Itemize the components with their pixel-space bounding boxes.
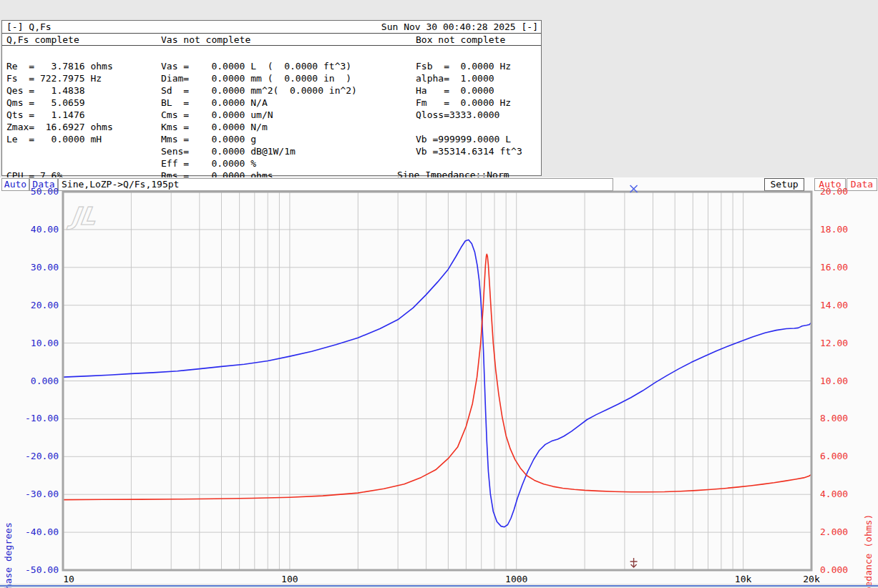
frequency-tick-label: 10k [735, 574, 751, 584]
impedance-tick-label: 20.00 [820, 186, 848, 197]
phase-tick-label: 40.00 [31, 224, 59, 235]
impedance-tick-label: 2.000 [820, 526, 848, 537]
chart-title: Sine,LoZP->Q/Fs,195pt [58, 178, 613, 191]
phase-tick-label: -50.00 [25, 564, 59, 575]
impedance-chart-block: Auto Data Sine,LoZP->Q/Fs,195pt Setup Au… [0, 177, 878, 584]
impedance-tick-label: 8.000 [820, 413, 848, 423]
box-parameter-column: Fsb = 0.0000 Hz alpha= 1.0000 Ha = 0.000… [416, 60, 522, 157]
frequency-tick-label: 100 [281, 574, 298, 584]
impedance-curve [63, 254, 811, 499]
frequency-tick-label: 10 [63, 574, 74, 584]
section-header-vas: Vas not complete [161, 34, 250, 45]
right-axis-data-button[interactable]: Data [847, 178, 877, 191]
phase-tick-label: 10.00 [31, 338, 59, 348]
phase-tick-label: 0.000 [31, 376, 59, 386]
phase-tick-label: -20.00 [25, 451, 59, 461]
phase-tick-label: 50.00 [31, 186, 59, 197]
vendor-logo-icon: JL [66, 202, 98, 230]
vas-parameter-column: Vas = 0.0000 L ( 0.0000 ft^3) Diam= 0.00… [161, 60, 357, 182]
cursor-bottom-marker[interactable] [630, 558, 638, 567]
left-axis-auto-button[interactable]: Auto [1, 178, 29, 191]
results-panel-titlebar: [-] Q,Fs Sun Nov 30 00:40:28 2025 [-] [2, 21, 541, 34]
panel-timestamp[interactable]: Sun Nov 30 00:40:28 2025 [-] [381, 21, 538, 32]
phase-curve [63, 240, 811, 527]
frequency-tick-label: 1000 [505, 574, 527, 584]
plot-area[interactable]: JL [63, 192, 811, 570]
impedance-tick-label: 0.000 [820, 564, 848, 575]
phase-tick-label: 30.00 [31, 262, 59, 273]
impedance-tick-label: 6.000 [820, 451, 848, 461]
gridlines [63, 192, 811, 570]
impedance-tick-label: 16.00 [820, 262, 848, 273]
section-header-qfs: Q,Fs complete [6, 34, 79, 45]
impedance-tick-label: 18.00 [820, 224, 848, 235]
impedance-tick-label: 12.00 [820, 338, 848, 348]
setup-button[interactable]: Setup [764, 178, 804, 191]
impedance-axis-title: Impedance (ohms) [863, 514, 874, 588]
phase-axis-title: Phase degrees [3, 522, 14, 588]
phase-tick-label: -40.00 [25, 526, 59, 537]
section-headers-row: Q,Fs complete Vas not complete Box not c… [2, 34, 541, 46]
section-header-box: Box not complete [416, 34, 505, 45]
impedance-tick-label: 10.00 [820, 376, 848, 386]
impedance-tick-label: 14.00 [820, 300, 848, 310]
phase-tick-label: -30.00 [25, 489, 59, 499]
window-bottom-edge [0, 585, 878, 587]
phase-tick-label: 20.00 [31, 300, 59, 310]
qfs-parameter-column: Re = 3.7816 ohms Fs = 722.7975 Hz Qes = … [6, 60, 113, 182]
phase-tick-label: -10.00 [25, 413, 59, 423]
panel-collapse-button[interactable]: [-] Q,Fs [6, 21, 52, 32]
frequency-tick-label: 20k [803, 574, 819, 584]
results-panel: [-] Q,Fs Sun Nov 30 00:40:28 2025 [-] Q,… [1, 20, 542, 176]
impedance-tick-label: 4.000 [820, 489, 848, 499]
